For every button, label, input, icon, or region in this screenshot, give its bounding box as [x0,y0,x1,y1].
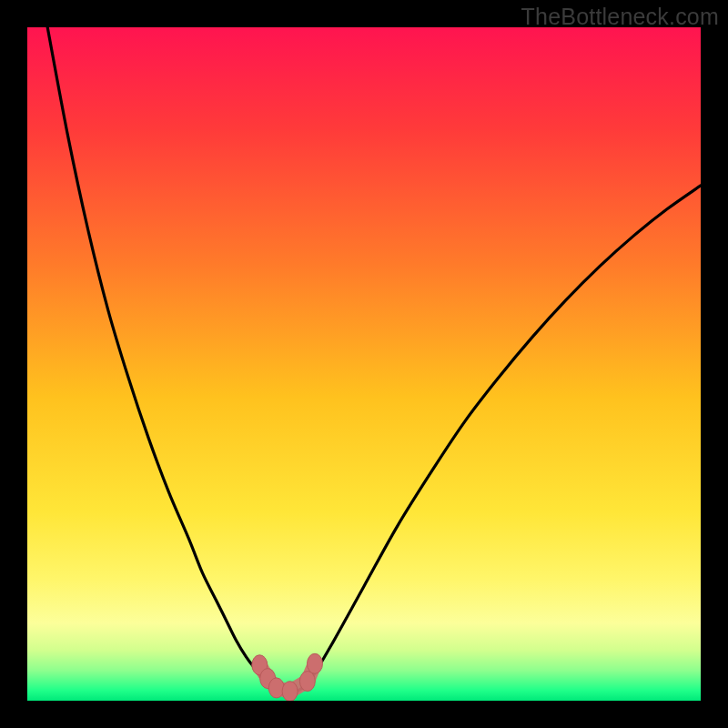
gradient-background [27,27,701,701]
valley-marker-3 [282,682,298,701]
valley-marker-5 [307,653,322,673]
bottleneck-curve-chart [27,27,701,701]
watermark-text: TheBottleneck.com [521,4,719,30]
chart-container: TheBottleneck.com [0,0,728,728]
plot-area [27,27,701,701]
valley-marker-2 [268,678,284,698]
valley-marker-4 [299,672,315,692]
